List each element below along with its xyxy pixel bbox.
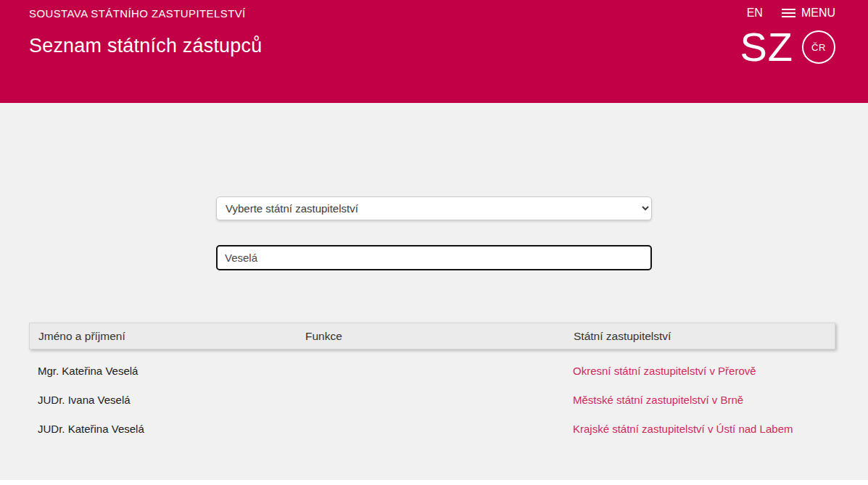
- cr-badge-circle: ČR: [802, 30, 835, 64]
- page-title: Seznam státních zástupců: [29, 35, 262, 57]
- table-row: Mgr. Kateřina Veselá Okresní státní zast…: [29, 356, 835, 385]
- sz-logo-text: SZ: [740, 27, 793, 67]
- menu-button[interactable]: MENU: [782, 7, 835, 20]
- header-top-right: EN MENU: [747, 7, 835, 20]
- prosecutor-name: JUDr. Kateřina Veselá: [29, 423, 296, 435]
- header: SOUSTAVA STÁTNÍHO ZASTUPITELSTVÍ EN MENU…: [0, 0, 868, 103]
- prosecutor-name: JUDr. Ivana Veselá: [29, 394, 296, 406]
- table-row: JUDr. Ivana Veselá Městské státní zastup…: [29, 385, 835, 414]
- table-body: Mgr. Kateřina Veselá Okresní státní zast…: [29, 356, 835, 443]
- office-link[interactable]: Městské státní zastupitelství v Brně: [573, 394, 743, 406]
- column-header-office: Státní zastupitelství: [565, 330, 835, 343]
- table-row: JUDr. Kateřina Veselá Krajské státní zas…: [29, 414, 835, 443]
- filters-panel: Vyberte státní zastupitelství: [216, 196, 652, 270]
- prosecutors-table: Jméno a příjmení Funkce Státní zastupite…: [29, 323, 835, 443]
- table-header-row: Jméno a příjmení Funkce Státní zastupite…: [29, 323, 835, 349]
- header-top-bar: SOUSTAVA STÁTNÍHO ZASTUPITELSTVÍ EN MENU: [29, 0, 835, 14]
- bottom-strip: [0, 480, 868, 485]
- menu-label: MENU: [801, 7, 835, 20]
- office-link[interactable]: Okresní státní zastupitelství v Přerově: [573, 365, 756, 377]
- office-link[interactable]: Krajské státní zastupitelství v Ústí nad…: [573, 423, 793, 435]
- main-content: Vyberte státní zastupitelství Jméno a př…: [0, 196, 868, 443]
- header-main-row: Seznam státních zástupců SZ ČR: [29, 14, 835, 67]
- column-header-function: Funkce: [297, 330, 565, 343]
- sz-logo: SZ ČR: [740, 27, 835, 67]
- cr-badge-label: ČR: [811, 42, 826, 53]
- site-title: SOUSTAVA STÁTNÍHO ZASTUPITELSTVÍ: [29, 7, 246, 20]
- column-header-name: Jméno a příjmení: [30, 330, 297, 343]
- language-switch-en[interactable]: EN: [747, 7, 763, 20]
- prosecutor-name: Mgr. Kateřina Veselá: [29, 365, 296, 377]
- name-search-input[interactable]: [216, 245, 652, 270]
- office-select[interactable]: Vyberte státní zastupitelství: [216, 196, 652, 220]
- hamburger-icon: [782, 9, 795, 17]
